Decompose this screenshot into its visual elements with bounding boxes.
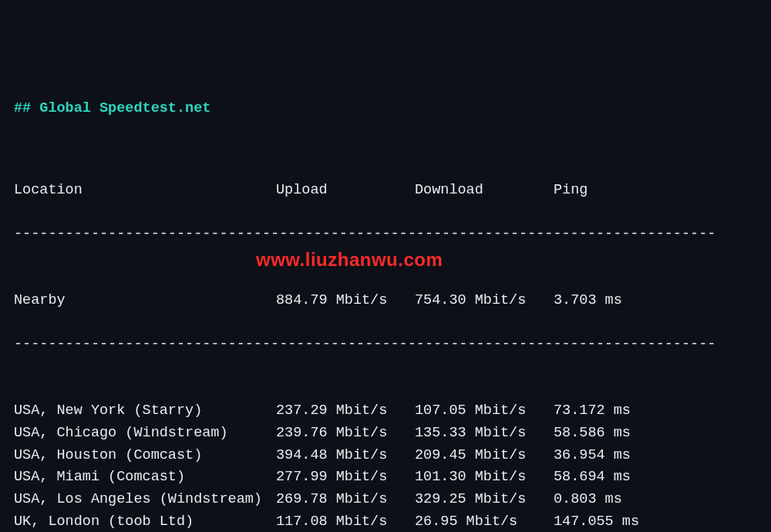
ping-cell: 58.586 ms xyxy=(554,423,669,445)
upload-cell: 394.48 Mbit/s xyxy=(276,445,415,467)
download-cell: 107.05 Mbit/s xyxy=(415,400,554,423)
upload-cell: 117.08 Mbit/s xyxy=(276,511,415,532)
location-cell: USA, Chicago (Windstream) xyxy=(14,423,276,445)
table-row: USA, Chicago (Windstream)239.76 Mbit/s13… xyxy=(14,423,757,445)
location-cell: UK, London (toob Ltd) xyxy=(14,511,276,532)
upload-cell: 239.76 Mbit/s xyxy=(276,423,415,445)
nearby-ping: 3.703 ms xyxy=(554,290,669,312)
header-location: Location xyxy=(14,180,276,202)
nearby-download: 754.30 Mbit/s xyxy=(415,290,554,312)
download-cell: 135.33 Mbit/s xyxy=(415,423,554,445)
watermark: www.liuzhanwu.com xyxy=(256,245,443,274)
ping-cell: 36.954 ms xyxy=(554,445,669,467)
divider: ----------------------------------------… xyxy=(14,224,757,246)
nearby-row: Nearby 884.79 Mbit/s 754.30 Mbit/s 3.703… xyxy=(14,290,757,312)
table-row: USA, Houston (Comcast)394.48 Mbit/s209.4… xyxy=(14,445,757,467)
nearby-label: Nearby xyxy=(14,290,276,312)
location-cell: USA, Los Angeles (Windstream) xyxy=(14,489,276,511)
ping-cell: 0.803 ms xyxy=(554,489,669,511)
download-cell: 209.45 Mbit/s xyxy=(415,445,554,467)
upload-cell: 277.99 Mbit/s xyxy=(276,466,415,489)
divider: ----------------------------------------… xyxy=(14,334,757,356)
download-cell: 329.25 Mbit/s xyxy=(415,489,554,511)
table-row: USA, Los Angeles (Windstream)269.78 Mbit… xyxy=(14,489,757,511)
ping-cell: 147.055 ms xyxy=(554,511,669,532)
header-upload: Upload xyxy=(276,180,415,202)
section-title: ## Global Speedtest.net xyxy=(14,98,757,120)
header-download: Download xyxy=(415,180,554,202)
ping-cell: 73.172 ms xyxy=(554,400,669,423)
download-cell: 101.30 Mbit/s xyxy=(415,466,554,489)
upload-cell: 237.29 Mbit/s xyxy=(276,400,415,423)
header-ping: Ping xyxy=(554,180,669,202)
table-row: UK, London (toob Ltd)117.08 Mbit/s26.95 … xyxy=(14,511,757,532)
table-header: Location Upload Download Ping xyxy=(14,180,757,202)
location-cell: USA, Houston (Comcast) xyxy=(14,445,276,467)
results-table: USA, New York (Starry)237.29 Mbit/s107.0… xyxy=(14,400,757,532)
nearby-upload: 884.79 Mbit/s xyxy=(276,290,415,312)
download-cell: 26.95 Mbit/s xyxy=(415,511,554,532)
table-row: USA, Miami (Comcast)277.99 Mbit/s101.30 … xyxy=(14,466,757,489)
upload-cell: 269.78 Mbit/s xyxy=(276,489,415,511)
table-row: USA, New York (Starry)237.29 Mbit/s107.0… xyxy=(14,400,757,423)
ping-cell: 58.694 ms xyxy=(554,466,669,489)
location-cell: USA, Miami (Comcast) xyxy=(14,466,276,489)
location-cell: USA, New York (Starry) xyxy=(14,400,276,423)
